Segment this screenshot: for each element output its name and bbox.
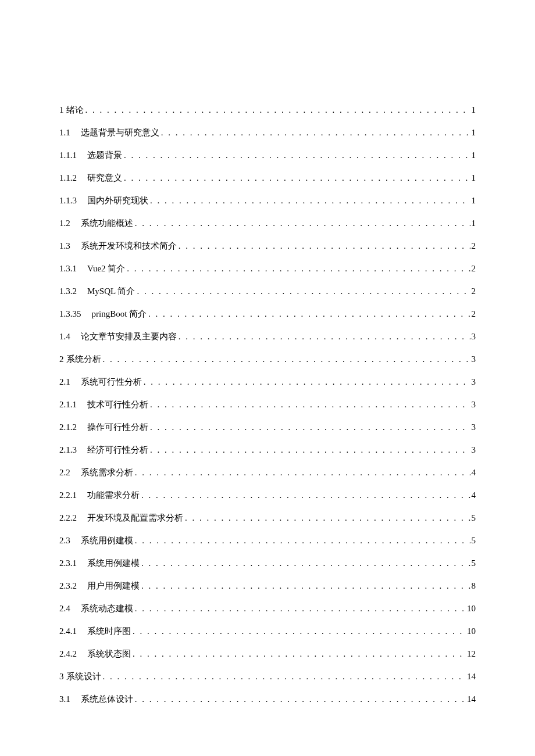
toc-entry-number: 2.2.1 bbox=[59, 490, 87, 500]
toc-leader-dots: . . . . . . . . . . . . . . . . . . . . … bbox=[101, 354, 470, 364]
toc-leader-dots: . . . . . . . . . . . . . . . . . . . . … bbox=[140, 581, 470, 591]
toc-entry-number: 1.2 bbox=[59, 218, 81, 228]
toc-entry: 2.3.1系统用例建模. . . . . . . . . . . . . . .… bbox=[59, 558, 476, 568]
toc-leader-dots: . . . . . . . . . . . . . . . . . . . . … bbox=[133, 694, 466, 704]
toc-leader-dots: . . . . . . . . . . . . . . . . . . . . … bbox=[159, 127, 470, 138]
toc-entry: 2.4系统动态建模. . . . . . . . . . . . . . . .… bbox=[59, 603, 476, 614]
toc-entry-page: 10 bbox=[466, 626, 476, 636]
toc-entry: 2.1.2操作可行性分析. . . . . . . . . . . . . . … bbox=[59, 422, 476, 432]
toc-entry: 2.1系统可行性分析. . . . . . . . . . . . . . . … bbox=[59, 377, 476, 387]
toc-entry-page: 2 bbox=[470, 309, 476, 319]
toc-entry-title: 功能需求分析 bbox=[87, 490, 140, 500]
toc-entry-page: 4 bbox=[470, 467, 476, 478]
toc-entry: 1.3.1Vue2 简介. . . . . . . . . . . . . . … bbox=[59, 263, 476, 274]
toc-entry: 1.1.3国内外研究现状. . . . . . . . . . . . . . … bbox=[59, 195, 476, 206]
toc-entry-page: 1 bbox=[470, 127, 476, 138]
toc-entry-page: 10 bbox=[466, 603, 476, 614]
toc-leader-dots: . . . . . . . . . . . . . . . . . . . . … bbox=[183, 513, 470, 523]
toc-entry-page: 1 bbox=[470, 150, 476, 160]
toc-leader-dots: . . . . . . . . . . . . . . . . . . . . … bbox=[84, 105, 470, 115]
toc-entry: 1.3.35pringBoot 简介. . . . . . . . . . . … bbox=[59, 309, 476, 319]
toc-entry-number: 2.3.2 bbox=[59, 581, 87, 591]
toc-entry: 1.1.2研究意义. . . . . . . . . . . . . . . .… bbox=[59, 173, 476, 183]
toc-entry-number: 2.4.2 bbox=[59, 648, 87, 659]
toc-entry-title: 系统可行性分析 bbox=[81, 377, 142, 387]
toc-entry: 2系统分析. . . . . . . . . . . . . . . . . .… bbox=[59, 354, 476, 364]
toc-entry: 1.3.2MySQL 简介. . . . . . . . . . . . . .… bbox=[59, 286, 476, 296]
toc-entry-title: 系统状态图 bbox=[87, 648, 131, 659]
toc-entry-page: 3 bbox=[470, 422, 476, 432]
toc-leader-dots: . . . . . . . . . . . . . . . . . . . . … bbox=[133, 218, 470, 228]
toc-entry-number: 3 bbox=[59, 671, 66, 682]
toc-entry-page: 2 bbox=[470, 286, 476, 296]
toc-entry: 2.1.3经济可行性分析. . . . . . . . . . . . . . … bbox=[59, 445, 476, 455]
toc-entry: 1.2系统功能概述. . . . . . . . . . . . . . . .… bbox=[59, 218, 476, 228]
toc-entry-number: 2.1 bbox=[59, 377, 81, 387]
toc-entry-title: 系统总体设计 bbox=[81, 694, 133, 704]
toc-entry: 2.4.2系统状态图. . . . . . . . . . . . . . . … bbox=[59, 648, 476, 659]
toc-entry: 1.3系统开发环境和技术简介. . . . . . . . . . . . . … bbox=[59, 241, 476, 251]
toc-entry: 2.2系统需求分析. . . . . . . . . . . . . . . .… bbox=[59, 467, 476, 478]
toc-leader-dots: . . . . . . . . . . . . . . . . . . . . … bbox=[133, 535, 470, 546]
toc-entry-title: 研究意义 bbox=[87, 173, 122, 183]
toc-entry-page: 4 bbox=[470, 490, 476, 500]
toc-entry-number: 3.1 bbox=[59, 694, 81, 704]
toc-entry-number: 2.2.2 bbox=[59, 513, 87, 523]
toc-entry-number: 1 bbox=[59, 105, 66, 115]
toc-entry-page: 12 bbox=[466, 648, 476, 659]
toc-entry-title: 选题背景与研究意义 bbox=[81, 127, 159, 138]
toc-entry-title: pringBoot 简介 bbox=[92, 309, 147, 319]
toc-entry-title: 系统设计 bbox=[66, 671, 101, 682]
toc-leader-dots: . . . . . . . . . . . . . . . . . . . . … bbox=[148, 422, 470, 432]
toc-entry-number: 1.1 bbox=[59, 127, 81, 138]
toc-leader-dots: . . . . . . . . . . . . . . . . . . . . … bbox=[133, 603, 466, 614]
toc-entry-page: 3 bbox=[470, 331, 476, 342]
toc-entry-number: 1.3.35 bbox=[59, 309, 92, 319]
toc-entry-number: 2.1.2 bbox=[59, 422, 87, 432]
toc-entry: 2.2.1功能需求分析. . . . . . . . . . . . . . .… bbox=[59, 490, 476, 500]
toc-entry-number: 1.3.1 bbox=[59, 263, 87, 274]
toc-entry: 2.4.1系统时序图. . . . . . . . . . . . . . . … bbox=[59, 626, 476, 636]
toc-leader-dots: . . . . . . . . . . . . . . . . . . . . … bbox=[101, 671, 466, 682]
toc-entry-page: 5 bbox=[470, 558, 476, 568]
toc-entry-title: 系统需求分析 bbox=[81, 467, 133, 478]
toc-entry-page: 14 bbox=[466, 694, 476, 704]
toc-entry-page: 3 bbox=[470, 377, 476, 387]
toc-entry: 2.2.2开发环境及配置需求分析. . . . . . . . . . . . … bbox=[59, 513, 476, 523]
toc-leader-dots: . . . . . . . . . . . . . . . . . . . . … bbox=[148, 195, 470, 206]
toc-entry: 1.1选题背景与研究意义. . . . . . . . . . . . . . … bbox=[59, 127, 476, 138]
toc-entry-page: 2 bbox=[470, 241, 476, 251]
toc-entry-number: 2.1.3 bbox=[59, 445, 87, 455]
toc-entry-title: 开发环境及配置需求分析 bbox=[87, 513, 183, 523]
toc-entry-title: 论文章节安排及主要内容 bbox=[81, 331, 177, 342]
toc-entry-title: 系统用例建模 bbox=[87, 558, 140, 568]
toc-entry-title: 系统分析 bbox=[66, 354, 101, 364]
toc-entry-number: 2.4.1 bbox=[59, 626, 87, 636]
toc-entry-number: 2.4 bbox=[59, 603, 81, 614]
toc-entry-title: 系统动态建模 bbox=[81, 603, 133, 614]
toc-leader-dots: . . . . . . . . . . . . . . . . . . . . … bbox=[142, 377, 470, 387]
toc-entry-title: Vue2 简介 bbox=[87, 263, 125, 274]
toc-entry-title: 绪论 bbox=[66, 105, 84, 115]
toc-entry-title: 选题背景 bbox=[87, 150, 122, 160]
toc-entry-title: 技术可行性分析 bbox=[87, 399, 148, 410]
toc-entry-title: 系统时序图 bbox=[87, 626, 131, 636]
toc-entry-number: 2.3.1 bbox=[59, 558, 87, 568]
toc-entry: 3.1系统总体设计. . . . . . . . . . . . . . . .… bbox=[59, 694, 476, 704]
toc-leader-dots: . . . . . . . . . . . . . . . . . . . . … bbox=[177, 241, 470, 251]
toc-leader-dots: . . . . . . . . . . . . . . . . . . . . … bbox=[148, 445, 470, 455]
toc-entry-page: 1 bbox=[470, 105, 476, 115]
toc-leader-dots: . . . . . . . . . . . . . . . . . . . . … bbox=[125, 263, 470, 274]
toc-entry-page: 3 bbox=[470, 399, 476, 410]
toc-entry-page: 1 bbox=[470, 195, 476, 206]
toc-entry-title: 用户用例建模 bbox=[87, 581, 140, 591]
toc-entry-number: 2.2 bbox=[59, 467, 81, 478]
toc-entry-number: 2 bbox=[59, 354, 66, 364]
toc-leader-dots: . . . . . . . . . . . . . . . . . . . . … bbox=[140, 490, 470, 500]
toc-leader-dots: . . . . . . . . . . . . . . . . . . . . … bbox=[135, 286, 470, 296]
toc-entry-number: 1.3.2 bbox=[59, 286, 87, 296]
toc-leader-dots: . . . . . . . . . . . . . . . . . . . . … bbox=[122, 150, 470, 160]
toc-entry-page: 14 bbox=[466, 671, 476, 682]
toc-leader-dots: . . . . . . . . . . . . . . . . . . . . … bbox=[147, 309, 470, 319]
toc-leader-dots: . . . . . . . . . . . . . . . . . . . . … bbox=[131, 626, 466, 636]
